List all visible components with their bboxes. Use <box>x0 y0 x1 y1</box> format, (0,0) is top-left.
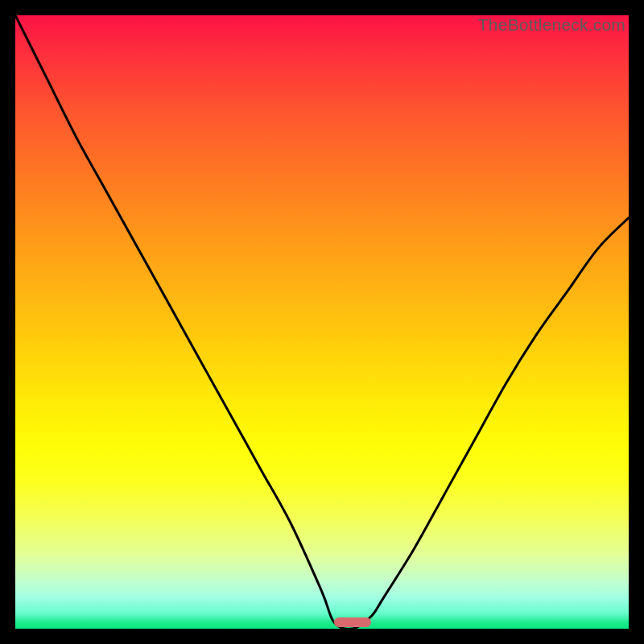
plot-area: TheBottleneck.com <box>15 15 629 629</box>
bottleneck-curve <box>15 15 629 629</box>
optimum-marker <box>334 617 371 627</box>
curve-path <box>15 15 629 629</box>
chart-frame: TheBottleneck.com <box>0 0 644 644</box>
watermark-text: TheBottleneck.com <box>478 15 625 35</box>
